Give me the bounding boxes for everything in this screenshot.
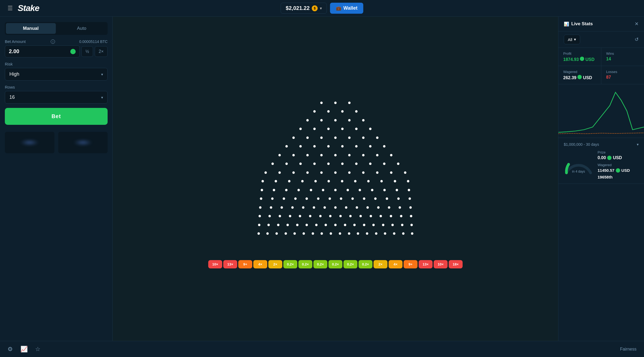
plinko-dot (386, 198, 388, 200)
plinko-dot (261, 189, 263, 191)
blur-decoration-right (74, 140, 92, 145)
plinko-dot (303, 232, 305, 235)
plinko-dot (313, 163, 316, 165)
multiplier-box: 0.2× (283, 260, 297, 268)
plinko-dot (277, 224, 279, 226)
risk-select[interactable]: High ▾ (5, 68, 108, 81)
plinko-dot (289, 215, 291, 217)
plinko-dot (393, 232, 395, 235)
plinko-dot (272, 163, 274, 165)
rank-value: 19658th (598, 175, 613, 179)
wagered-label: Wagered (563, 70, 596, 74)
multiplier-box: 9+ (238, 260, 252, 268)
multiplier-box: 2× (268, 260, 282, 268)
plinko-dot (340, 198, 342, 200)
wagered-section-label: Wagered (598, 163, 639, 167)
game-area: 10×13×9+4×2×0.2×0.2×0.2×0.2×0.2×0.2×2×4×… (113, 17, 558, 341)
plinko-dot (327, 128, 330, 130)
half-button[interactable]: ½ (81, 46, 93, 57)
plinko-dot (359, 189, 361, 191)
close-icon[interactable]: ✕ (635, 21, 639, 27)
losses-value: 87 (606, 75, 639, 80)
blur-decoration-left (20, 140, 39, 145)
green-dot-icon (70, 49, 76, 54)
plinko-dot (348, 232, 350, 235)
wallet-button[interactable]: 💼 Wallet (330, 3, 363, 14)
plinko-dot (396, 189, 398, 191)
chart-icon[interactable]: 📈 (20, 346, 28, 353)
balance-button[interactable]: $2,021.22 $ ▾ (281, 3, 327, 14)
bet-button[interactable]: Bet (5, 108, 108, 125)
plinko-dot (402, 232, 404, 235)
plinko-dot (362, 119, 365, 121)
filter-all-label: All (568, 37, 572, 42)
plinko-dot (306, 198, 308, 200)
footer: ⚙ 📈 ☆ Fairness (0, 341, 644, 357)
plinko-dot (328, 198, 331, 200)
plinko-dot (362, 136, 365, 139)
prize-header[interactable]: $1,000,000 - 30 days ▾ (564, 142, 639, 147)
plinko-dot (410, 215, 412, 217)
plinko-dot (341, 145, 344, 148)
plinko-dot (334, 224, 337, 226)
star-icon[interactable]: ☆ (35, 346, 41, 353)
bet-input-field[interactable]: 2.00 (5, 45, 80, 57)
plinko-dot (276, 232, 278, 235)
plinko-dot (322, 189, 324, 191)
plinko-dot (299, 163, 302, 165)
losses-cell: Losses 87 (601, 66, 644, 84)
plinko-dot (376, 136, 379, 139)
wagered-cell: Wagered 262.39 USD (558, 66, 601, 84)
plinko-dot (269, 215, 271, 217)
plinko-dot (369, 215, 372, 217)
plinko-dot (376, 154, 379, 156)
plinko-dot (380, 215, 382, 217)
plinko-dot (384, 232, 386, 235)
losses-label: Losses (606, 70, 639, 74)
plinko-dot (391, 224, 394, 226)
fairness-link[interactable]: Fairness (620, 347, 636, 352)
plinko-dot (319, 215, 321, 217)
risk-value: High (9, 71, 19, 77)
plinko-dot (324, 206, 326, 209)
plinko-dot (341, 128, 344, 130)
multiplier-box: 0.2× (343, 260, 357, 268)
rows-select[interactable]: 16 ▾ (5, 91, 108, 104)
plinko-dot (271, 198, 274, 200)
plinko-dot (259, 206, 262, 209)
plinko-dot (325, 224, 327, 226)
plinko-dot (383, 163, 386, 165)
gauge-container: in 4 days (564, 154, 593, 176)
plinko-dot (292, 154, 295, 156)
live-stats-label: Live Stats (571, 21, 593, 27)
plinko-dot (310, 189, 312, 191)
plinko-dot (320, 119, 323, 121)
multiplier-box: 10× (208, 260, 222, 268)
plinko-dot (355, 110, 358, 113)
plinko-dot (411, 224, 413, 226)
rows-label: Rows (5, 85, 15, 89)
rows-chevron-icon: ▾ (101, 95, 103, 100)
wagered-section-coin-icon (616, 168, 620, 173)
plinko-dot (299, 145, 302, 148)
hamburger-icon[interactable]: ☰ (8, 5, 13, 12)
bet-mode-tabs: Manual Auto (5, 22, 108, 35)
gear-icon[interactable]: ⚙ (8, 346, 13, 353)
tab-manual[interactable]: Manual (6, 23, 56, 34)
tab-auto[interactable]: Auto (57, 23, 107, 34)
prize-label: Prize (598, 150, 639, 154)
refresh-icon[interactable]: ↺ (635, 37, 639, 42)
bet-amount-section: Bet Amount i 0.00005114 BTC 2.00 ½ 2× (5, 39, 108, 57)
info-icon[interactable]: i (51, 39, 55, 44)
wagered-coin-icon (577, 75, 582, 79)
plinko-dot (353, 224, 356, 226)
header-center: $2,021.22 $ ▾ 💼 Wallet (281, 3, 363, 14)
filter-all-button[interactable]: All ▾ (564, 35, 580, 44)
plinko-dot (279, 215, 281, 217)
plinko-dot (383, 189, 386, 191)
plinko-dot (341, 180, 343, 183)
preview-item-left (5, 132, 54, 153)
double-button[interactable]: 2× (95, 46, 108, 57)
plinko-dot (349, 215, 352, 217)
footer-icons: ⚙ 📈 ☆ (8, 346, 41, 353)
